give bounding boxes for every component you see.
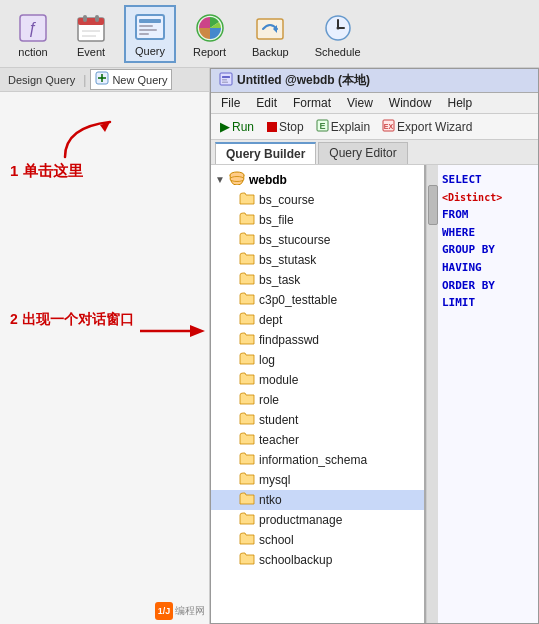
folder-icon: [239, 432, 255, 448]
folder-icon: [239, 452, 255, 468]
watermark-text: 编程网: [175, 604, 205, 618]
svg-rect-4: [83, 15, 87, 22]
main-area: Design Query | New Query: [0, 68, 539, 624]
menu-window[interactable]: Window: [383, 95, 438, 111]
toolbar-event[interactable]: Event: [66, 7, 116, 63]
design-query-button[interactable]: Design Query: [4, 73, 79, 87]
annotation-2-container: 2 出现一个对话窗口: [10, 311, 199, 329]
arrow-1-svg: [55, 107, 125, 162]
tree-scrollbar[interactable]: [426, 165, 438, 623]
list-item[interactable]: bs_stucourse: [211, 230, 424, 250]
folder-icon: [239, 412, 255, 428]
folder-icon: [239, 232, 255, 248]
report-label: Report: [193, 46, 226, 58]
menu-file[interactable]: File: [215, 95, 246, 111]
watermark-icon: 1/J: [155, 602, 173, 620]
explain-label: Explain: [331, 120, 370, 134]
list-item[interactable]: bs_stutask: [211, 250, 424, 270]
stop-label: Stop: [279, 120, 304, 134]
list-item[interactable]: bs_file: [211, 210, 424, 230]
svg-marker-25: [190, 325, 205, 337]
tab-bar: Query Builder Query Editor: [211, 140, 538, 165]
toolbar-function[interactable]: ƒ nction: [8, 7, 58, 63]
list-item[interactable]: role: [211, 390, 424, 410]
list-item-ntko[interactable]: ntko: [211, 490, 424, 510]
svg-rect-29: [222, 82, 228, 84]
run-label: Run: [232, 120, 254, 134]
event-icon: [75, 12, 107, 44]
list-item[interactable]: dept: [211, 310, 424, 330]
list-item[interactable]: productmanage: [211, 510, 424, 530]
tree-panel: ▼ webdb bs_course: [211, 165, 426, 623]
list-item[interactable]: schoolbackup: [211, 550, 424, 570]
stop-icon: [267, 122, 277, 132]
export-icon: EX: [382, 119, 395, 135]
explain-icon: E: [316, 119, 329, 135]
menu-edit[interactable]: Edit: [250, 95, 283, 111]
list-item[interactable]: bs_task: [211, 270, 424, 290]
sql-select: SELECT <Distinct>: [442, 171, 534, 206]
folder-icon: [239, 552, 255, 568]
query-bar: Design Query | New Query: [0, 68, 209, 92]
list-item[interactable]: log: [211, 350, 424, 370]
folder-icon: [239, 292, 255, 308]
svg-rect-27: [222, 76, 230, 78]
tree-sql-panel: ▼ webdb bs_course: [211, 165, 538, 623]
folder-icon: [239, 212, 255, 228]
export-button[interactable]: EX Export Wizard: [378, 118, 476, 136]
db-icon: [229, 171, 245, 188]
sql-limit: LIMIT: [442, 294, 534, 312]
folder-icon: [239, 532, 255, 548]
tree-root[interactable]: ▼ webdb: [211, 169, 424, 190]
schedule-icon: [322, 12, 354, 44]
left-panel: Design Query | New Query: [0, 68, 210, 624]
event-label: Event: [77, 46, 105, 58]
tab-query-builder[interactable]: Query Builder: [215, 142, 316, 164]
toolbar-schedule[interactable]: Schedule: [306, 7, 370, 63]
folder-icon: [239, 252, 255, 268]
folder-icon: [239, 392, 255, 408]
toolbar-query[interactable]: Query: [124, 5, 176, 63]
sql-from: FROM: [442, 206, 534, 224]
window-title: Untitled @webdb (本地): [237, 72, 370, 89]
arrow-2-svg-container: [140, 321, 205, 344]
menu-help[interactable]: Help: [442, 95, 479, 111]
list-item[interactable]: bs_course: [211, 190, 424, 210]
annotation-area: 1 单击这里 2 出现一个对话窗口: [0, 92, 209, 624]
run-button[interactable]: ▶ Run: [215, 117, 259, 136]
list-item[interactable]: c3p0_testtable: [211, 290, 424, 310]
folder-icon: [239, 492, 255, 508]
svg-rect-14: [257, 19, 283, 39]
explain-button[interactable]: E Explain: [312, 118, 374, 136]
sql-having: HAVING: [442, 259, 534, 277]
scroll-thumb[interactable]: [428, 185, 438, 225]
function-icon: ƒ: [17, 12, 49, 44]
toolbar-backup[interactable]: Backup: [243, 7, 298, 63]
svg-text:E: E: [319, 121, 325, 131]
list-item[interactable]: student: [211, 410, 424, 430]
stop-button[interactable]: Stop: [263, 119, 308, 135]
svg-rect-28: [222, 79, 227, 81]
toolbar-report[interactable]: Report: [184, 7, 235, 63]
svg-rect-3: [78, 18, 104, 25]
list-item[interactable]: teacher: [211, 430, 424, 450]
window-menubar: File Edit Format View Window Help: [211, 93, 538, 114]
new-query-button[interactable]: New Query: [90, 69, 172, 90]
annotation-text-2: 2 出现一个对话窗口: [10, 311, 134, 327]
list-item[interactable]: school: [211, 530, 424, 550]
folder-icon: [239, 192, 255, 208]
expand-icon: ▼: [215, 174, 225, 185]
menu-view[interactable]: View: [341, 95, 379, 111]
backup-label: Backup: [252, 46, 289, 58]
function-label: nction: [18, 46, 47, 58]
list-item[interactable]: information_schema: [211, 450, 424, 470]
tab-query-editor[interactable]: Query Editor: [318, 142, 407, 164]
sql-panel: SELECT <Distinct> FROM WHERE GROUP BY HA…: [438, 165, 538, 623]
schedule-label: Schedule: [315, 46, 361, 58]
list-item[interactable]: module: [211, 370, 424, 390]
list-item[interactable]: mysql: [211, 470, 424, 490]
svg-rect-10: [139, 25, 153, 27]
list-item[interactable]: findpasswd: [211, 330, 424, 350]
menu-format[interactable]: Format: [287, 95, 337, 111]
new-query-label: New Query: [112, 74, 167, 86]
